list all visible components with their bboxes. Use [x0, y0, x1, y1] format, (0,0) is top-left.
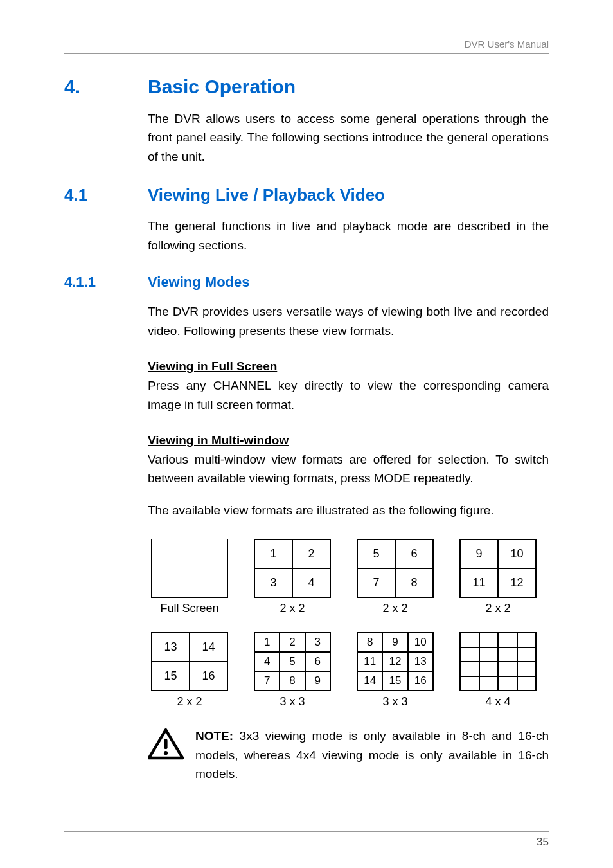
grid-cell: 16: [190, 662, 227, 691]
grid-cell: 4: [254, 652, 280, 671]
svg-rect-1: [164, 739, 167, 750]
fullscreen-heading: Viewing in Full Screen: [148, 359, 549, 374]
grid-cell: 1: [254, 633, 280, 652]
note-body: 3x3 viewing mode is only available in 8-…: [195, 729, 549, 781]
multiwindow-p2: The available view formats are illustrat…: [148, 501, 549, 520]
label-3x3-a: 3 x 3: [280, 695, 305, 709]
label-2x2-c: 2 x 2: [485, 602, 510, 615]
svg-point-2: [164, 751, 168, 755]
grid-cell: 9: [460, 539, 498, 568]
multiwindow-p1: Various multi-window view formats are of…: [148, 450, 549, 488]
grid-cell: [479, 647, 499, 662]
diagram-4x4: [459, 632, 537, 691]
grid-cell: [517, 633, 537, 647]
grid-cell: [479, 676, 499, 691]
view-format-figures: Full Screen 1 2 3 4 2 x 2 5 6 7 8 2 x 2: [148, 539, 549, 709]
section-4-1-1-num: 4.1.1: [64, 274, 148, 291]
grid-cell: [517, 676, 537, 691]
diagram-2x2-b: 5 6 7 8: [357, 539, 434, 598]
diagram-3x3-b: 8 9 10 11 12 13 14 15 16: [357, 632, 434, 691]
grid-cell: 11: [357, 652, 382, 671]
diagram-2x2-c: 9 10 11 12: [459, 539, 537, 598]
fullscreen-text: Press any CHANNEL key directly to view t…: [148, 376, 549, 414]
label-4x4: 4 x 4: [485, 695, 510, 709]
section-4-1-1-title: Viewing Modes: [148, 274, 250, 291]
grid-cell: 3: [305, 633, 330, 652]
grid-cell: 3: [254, 568, 292, 597]
grid-cell: 14: [357, 671, 382, 691]
grid-cell: 8: [395, 568, 433, 597]
grid-cell: 12: [498, 568, 536, 597]
grid-cell: 8: [280, 671, 305, 691]
grid-cell: 9: [382, 633, 407, 652]
label-3x3-b: 3 x 3: [382, 695, 407, 709]
grid-cell: 14: [190, 633, 227, 662]
grid-cell: [460, 633, 479, 647]
grid-cell: [517, 662, 537, 676]
grid-cell: 7: [254, 671, 280, 691]
warning-icon: [148, 728, 184, 761]
grid-cell: 4: [292, 568, 330, 597]
grid-cell: 2: [280, 633, 305, 652]
grid-cell: [498, 676, 517, 691]
grid-cell: 13: [408, 652, 433, 671]
note-bold: NOTE:: [195, 729, 233, 743]
grid-cell: 13: [152, 633, 190, 662]
grid-cell: 5: [280, 652, 305, 671]
grid-cell: 8: [357, 633, 382, 652]
section-4-title: Basic Operation: [148, 76, 296, 98]
grid-cell: 1: [254, 539, 292, 568]
grid-cell: 12: [382, 652, 407, 671]
grid-cell: 7: [357, 568, 395, 597]
grid-cell: [498, 647, 517, 662]
section-4-p1: The DVR allows users to access some gene…: [148, 109, 549, 166]
grid-cell: 10: [498, 539, 536, 568]
grid-cell: [460, 676, 479, 691]
multiwindow-heading: Viewing in Multi-window: [148, 433, 549, 448]
diagram-fullscreen: [151, 539, 228, 598]
grid-cell: 11: [460, 568, 498, 597]
diagram-2x2-d: 13 14 15 16: [151, 632, 228, 691]
grid-cell: 16: [408, 671, 433, 691]
grid-cell: [498, 633, 517, 647]
grid-cell: 9: [305, 671, 330, 691]
grid-cell: 15: [382, 671, 407, 691]
grid-cell: [517, 647, 537, 662]
grid-cell: 6: [395, 539, 433, 568]
grid-cell: 15: [152, 662, 190, 691]
label-2x2-b: 2 x 2: [382, 602, 407, 615]
section-4-1-title: Viewing Live / Playback Video: [148, 185, 385, 205]
section-4-1-num: 4.1: [64, 185, 148, 205]
running-header: DVR User's Manual: [64, 39, 549, 54]
grid-cell: [498, 662, 517, 676]
grid-cell: [479, 633, 499, 647]
grid-cell: 2: [292, 539, 330, 568]
diagram-3x3-a: 1 2 3 4 5 6 7 8 9: [254, 632, 331, 691]
section-4-1-p1: The general functions in live and playba…: [148, 217, 549, 255]
section-4-num: 4.: [64, 76, 148, 98]
note-text: NOTE: 3x3 viewing mode is only available…: [195, 727, 549, 783]
label-2x2-d: 2 x 2: [177, 695, 202, 709]
label-2x2-a: 2 x 2: [280, 602, 305, 615]
section-4-1-1-p1: The DVR provides users versatile ways of…: [148, 302, 549, 340]
grid-cell: [460, 647, 479, 662]
grid-cell: 10: [408, 633, 433, 652]
grid-cell: [479, 662, 499, 676]
label-fullscreen: Full Screen: [160, 602, 218, 615]
diagram-2x2-a: 1 2 3 4: [254, 539, 331, 598]
grid-cell: [460, 662, 479, 676]
grid-cell: 5: [357, 539, 395, 568]
page-number: 35: [0, 832, 613, 849]
grid-cell: 6: [305, 652, 330, 671]
